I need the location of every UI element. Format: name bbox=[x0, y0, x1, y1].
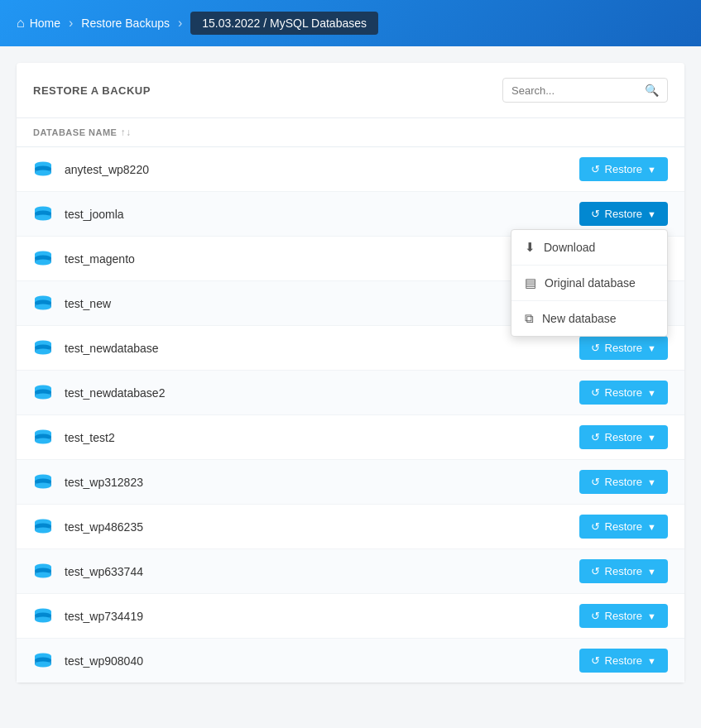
restore-dropdown-wrapper[interactable]: ↺Restore▼⬇Download▤Original database⧉New… bbox=[579, 202, 668, 226]
database-name: test_wp312823 bbox=[65, 476, 579, 489]
breadcrumb-bar: ⌂ Home › Restore Backups › 15.03.2022 / … bbox=[0, 0, 701, 46]
database-icon bbox=[33, 473, 53, 491]
database-icon bbox=[33, 384, 53, 402]
database-name: test_wp908040 bbox=[65, 654, 579, 668]
restore-button[interactable]: ↺Restore▼ bbox=[579, 381, 668, 405]
database-icon bbox=[33, 250, 53, 268]
panel-title: RESTORE A BACKUP bbox=[33, 84, 151, 97]
restore-label: Restore bbox=[605, 520, 643, 533]
restore-label: Restore bbox=[605, 163, 643, 175]
restore-dropdown-wrapper[interactable]: ↺Restore▼ bbox=[579, 604, 668, 628]
restore-dropdown-wrapper[interactable]: ↺Restore▼ bbox=[579, 515, 668, 539]
database-icon bbox=[33, 563, 53, 581]
search-icon: 🔍 bbox=[645, 84, 659, 97]
svg-point-4 bbox=[35, 170, 51, 175]
restore-button[interactable]: ↺Restore▼ bbox=[579, 336, 668, 360]
table-row: test_wp734419↺Restore▼ bbox=[17, 594, 684, 639]
table-row: anytest_wp8220↺Restore▼ bbox=[17, 147, 684, 192]
restore-icon: ↺ bbox=[591, 476, 600, 488]
new-icon: ⧉ bbox=[525, 311, 534, 326]
table-row: test_wp486235↺Restore▼ bbox=[17, 505, 684, 549]
chevron-icon: ▼ bbox=[647, 343, 656, 353]
database-icon bbox=[33, 518, 53, 536]
table-row: test_test2↺Restore▼ bbox=[17, 415, 684, 460]
breadcrumb-separator-1: › bbox=[69, 16, 73, 31]
database-icon bbox=[33, 205, 53, 223]
chevron-icon: ▼ bbox=[647, 388, 656, 398]
restore-dropdown-wrapper[interactable]: ↺Restore▼ bbox=[579, 559, 668, 583]
restore-icon: ↺ bbox=[591, 431, 600, 443]
database-icon bbox=[33, 429, 53, 447]
table-header: DATABASE NAME ↑↓ bbox=[17, 118, 684, 147]
restore-dropdown-wrapper[interactable]: ↺Restore▼ bbox=[579, 649, 668, 673]
database-icon bbox=[33, 339, 53, 357]
db-rows-container: anytest_wp8220↺Restore▼ test_joomla↺Rest… bbox=[17, 147, 684, 682]
restore-label: Restore bbox=[605, 610, 643, 622]
database-icon bbox=[33, 160, 53, 179]
svg-point-19 bbox=[35, 304, 51, 309]
svg-point-44 bbox=[35, 527, 51, 533]
table-row: test_wp312823↺Restore▼ bbox=[17, 460, 684, 505]
restore-icon: ↺ bbox=[591, 163, 600, 175]
svg-point-14 bbox=[35, 259, 51, 265]
database-icon bbox=[33, 652, 53, 670]
main-content: RESTORE A BACKUP 🔍 DATABASE NAME ↑↓ anyt… bbox=[0, 46, 701, 699]
chevron-icon: ▼ bbox=[647, 567, 656, 577]
restore-button[interactable]: ↺Restore▼ bbox=[579, 649, 668, 673]
panel: RESTORE A BACKUP 🔍 DATABASE NAME ↑↓ anyt… bbox=[17, 63, 684, 682]
restore-button[interactable]: ↺Restore▼ bbox=[579, 425, 668, 449]
sort-icon: ↑↓ bbox=[120, 127, 131, 138]
home-icon: ⌂ bbox=[17, 16, 25, 31]
restore-dropdown-wrapper[interactable]: ↺Restore▼ bbox=[579, 470, 668, 494]
chevron-icon: ▼ bbox=[647, 611, 656, 621]
breadcrumb-home[interactable]: ⌂ Home bbox=[17, 16, 60, 31]
dropdown-item-new[interactable]: ⧉New database bbox=[511, 301, 667, 336]
dropdown-item-original[interactable]: ▤Original database bbox=[511, 266, 667, 301]
database-name: test_magento bbox=[65, 252, 579, 266]
chevron-icon: ▼ bbox=[647, 209, 656, 219]
restore-icon: ↺ bbox=[591, 208, 600, 220]
restore-label: Restore bbox=[605, 208, 643, 220]
database-icon bbox=[33, 295, 53, 313]
restore-icon: ↺ bbox=[591, 342, 600, 354]
database-name: test_wp633744 bbox=[65, 565, 579, 578]
database-name: test_wp734419 bbox=[65, 610, 579, 623]
breadcrumb-current: 15.03.2022 / MySQL Databases bbox=[190, 12, 378, 35]
chevron-icon: ▼ bbox=[647, 522, 656, 532]
database-name: test_new bbox=[65, 297, 579, 310]
restore-button[interactable]: ↺Restore▼ bbox=[579, 202, 668, 226]
panel-header: RESTORE A BACKUP 🔍 bbox=[17, 63, 684, 118]
database-name: anytest_wp8220 bbox=[65, 163, 579, 176]
new-label: New database bbox=[542, 312, 617, 325]
restore-button[interactable]: ↺Restore▼ bbox=[579, 157, 668, 181]
restore-label: Restore bbox=[605, 654, 643, 667]
restore-dropdown-wrapper[interactable]: ↺Restore▼ bbox=[579, 157, 668, 181]
database-name: test_wp486235 bbox=[65, 520, 579, 534]
restore-button[interactable]: ↺Restore▼ bbox=[579, 604, 668, 628]
restore-label: Restore bbox=[605, 565, 643, 577]
restore-icon: ↺ bbox=[591, 520, 600, 533]
restore-dropdown-wrapper[interactable]: ↺Restore▼ bbox=[579, 336, 668, 360]
restore-button[interactable]: ↺Restore▼ bbox=[579, 515, 668, 539]
restore-label: Restore bbox=[605, 342, 643, 354]
column-name[interactable]: DATABASE NAME ↑↓ bbox=[33, 127, 668, 138]
restore-dropdown-wrapper[interactable]: ↺Restore▼ bbox=[579, 425, 668, 449]
restore-icon: ↺ bbox=[591, 386, 600, 399]
database-name: test_joomla bbox=[65, 208, 579, 221]
original-icon: ▤ bbox=[525, 275, 536, 290]
restore-button[interactable]: ↺Restore▼ bbox=[579, 470, 668, 494]
search-input[interactable] bbox=[511, 84, 641, 97]
svg-point-39 bbox=[35, 482, 51, 488]
dropdown-item-download[interactable]: ⬇Download bbox=[511, 230, 667, 266]
chevron-icon: ▼ bbox=[647, 165, 656, 175]
search-box[interactable]: 🔍 bbox=[502, 78, 668, 103]
restore-label: Restore bbox=[605, 476, 643, 488]
restore-button[interactable]: ↺Restore▼ bbox=[579, 559, 668, 583]
restore-dropdown-menu: ⬇Download▤Original database⧉New database bbox=[511, 229, 668, 337]
download-icon: ⬇ bbox=[525, 240, 535, 255]
restore-label: Restore bbox=[605, 386, 643, 399]
breadcrumb-restore[interactable]: Restore Backups bbox=[81, 17, 170, 30]
restore-label: Restore bbox=[605, 431, 643, 443]
restore-dropdown-wrapper[interactable]: ↺Restore▼ bbox=[579, 381, 668, 405]
table-row: test_joomla↺Restore▼⬇Download▤Original d… bbox=[17, 192, 684, 237]
